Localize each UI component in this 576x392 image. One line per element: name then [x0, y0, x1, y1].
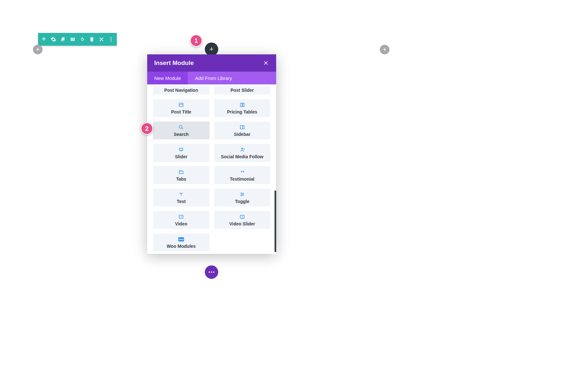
svg-rect-9: [240, 126, 244, 129]
callout-badge-2: 2: [141, 122, 153, 135]
move-icon[interactable]: [41, 36, 47, 43]
sidebar-icon: [239, 124, 245, 130]
svg-rect-11: [180, 148, 183, 151]
svg-point-13: [242, 148, 243, 150]
add-row-button-left[interactable]: +: [33, 45, 43, 54]
search-icon: [178, 124, 184, 130]
columns-icon[interactable]: [69, 36, 76, 43]
module-woo-modules[interactable]: woo Woo Modules: [153, 233, 210, 251]
plus-icon: +: [210, 45, 214, 53]
slider-icon: [178, 147, 184, 153]
svg-point-1: [111, 39, 112, 40]
module-label: Search: [174, 132, 189, 137]
toggle-icon: [239, 192, 245, 197]
module-label: Testimonial: [230, 177, 254, 181]
module-label: Tabs: [176, 177, 186, 181]
modal-header: Insert Module: [147, 54, 276, 72]
dot-icon: [213, 271, 214, 273]
module-label: Slider: [175, 154, 188, 159]
svg-point-32: [243, 219, 243, 219]
callout-badge-1: 1: [190, 35, 202, 47]
module-label: Video: [175, 222, 187, 226]
insert-module-modal: Insert Module New Module Add From Librar…: [147, 54, 276, 254]
text-icon: [178, 192, 184, 197]
modal-body: Post Navigation Post Slider Post Title P…: [147, 84, 276, 254]
tab-new-module[interactable]: New Module: [147, 72, 188, 84]
svg-point-0: [111, 37, 112, 38]
svg-line-8: [182, 128, 183, 129]
dot-icon: [211, 271, 212, 273]
module-label: Text: [177, 199, 186, 204]
row-toolbar: [38, 33, 117, 46]
svg-point-2: [111, 41, 112, 42]
module-label: Toggle: [235, 199, 249, 204]
tab-add-from-library[interactable]: Add From Library: [188, 72, 276, 84]
module-label: Post Navigation: [164, 88, 198, 92]
module-pricing-tables[interactable]: Pricing Tables: [214, 99, 271, 117]
trash-icon[interactable]: [89, 36, 95, 43]
module-label: Sidebar: [234, 132, 250, 137]
layout-icon: [178, 102, 184, 108]
module-label: Video Slider: [229, 222, 255, 226]
add-module-button[interactable]: +: [205, 43, 218, 56]
dot-icon: [209, 271, 210, 273]
module-tabs[interactable]: Tabs: [153, 166, 210, 184]
gear-icon[interactable]: [50, 36, 57, 43]
module-label: Pricing Tables: [227, 110, 257, 114]
svg-point-30: [241, 219, 242, 219]
modal-tabs: New Module Add From Library: [147, 72, 276, 84]
svg-rect-6: [243, 103, 244, 107]
tabs-icon: [178, 169, 184, 175]
svg-point-31: [242, 219, 243, 219]
module-label: Woo Modules: [167, 244, 196, 248]
woo-badge: woo: [178, 237, 184, 241]
more-icon[interactable]: [108, 36, 114, 43]
modal-close-button[interactable]: [263, 60, 269, 66]
module-post-title[interactable]: Post Title: [153, 99, 210, 117]
module-post-navigation[interactable]: Post Navigation: [153, 86, 210, 95]
person-icon: [239, 147, 245, 153]
module-video[interactable]: Video: [153, 211, 210, 229]
svg-rect-3: [179, 103, 183, 107]
svg-point-7: [179, 125, 182, 128]
module-sidebar[interactable]: Sidebar: [214, 122, 271, 139]
play-icon: [178, 214, 184, 220]
add-row-button-right[interactable]: +: [380, 45, 389, 54]
scrollbar[interactable]: [275, 191, 276, 252]
module-post-slider[interactable]: Post Slider: [214, 86, 271, 95]
plus-icon: +: [36, 46, 40, 53]
module-label: Post Slider: [230, 88, 254, 92]
quote-icon: [239, 169, 245, 175]
module-video-slider[interactable]: Video Slider: [214, 211, 271, 229]
svg-rect-16: [179, 171, 183, 174]
svg-rect-5: [240, 103, 242, 107]
modal-title: Insert Module: [154, 59, 194, 67]
page-actions-fab[interactable]: [205, 265, 218, 279]
module-grid: Post Navigation Post Slider Post Title P…: [153, 84, 270, 251]
module-testimonial[interactable]: Testimonial: [214, 166, 271, 184]
plus-icon: +: [383, 46, 387, 53]
module-text[interactable]: Text: [153, 189, 210, 207]
woo-icon: woo: [178, 236, 184, 242]
module-label: Social Media Follow: [221, 154, 263, 159]
module-slider[interactable]: Slider: [153, 144, 210, 162]
module-search[interactable]: Search: [153, 122, 210, 139]
module-social-media-follow[interactable]: Social Media Follow: [214, 144, 271, 162]
play-icon: [239, 214, 245, 220]
module-label: Post Title: [171, 110, 191, 114]
tables-icon: [239, 102, 245, 108]
duplicate-icon[interactable]: [60, 36, 66, 43]
power-icon[interactable]: [79, 36, 85, 43]
close-icon[interactable]: [98, 36, 105, 43]
module-toggle[interactable]: Toggle: [214, 189, 271, 207]
